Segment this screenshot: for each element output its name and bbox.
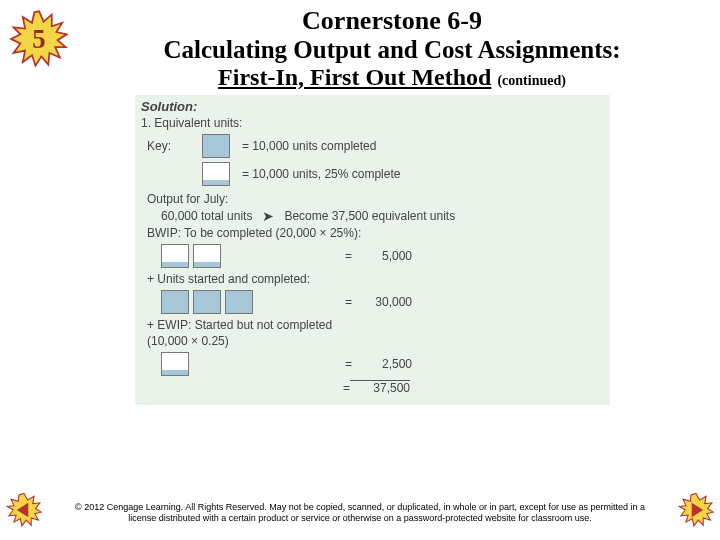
arrow-icon: ➤ (262, 208, 274, 224)
equals: = (345, 357, 352, 371)
copyright-footer: © 2012 Cengage Learning. All Rights Rese… (42, 502, 678, 525)
box-partial-icon (161, 352, 189, 376)
started-value: 30,000 (352, 295, 412, 309)
bwip-boxes: = 5,000 (161, 244, 610, 268)
nav-prev-button[interactable] (6, 492, 42, 528)
box-full-icon (193, 290, 221, 314)
title-line3: First-In, First Out Method (continued) (72, 64, 712, 91)
ewip-calc: (10,000 × 0.25) (147, 334, 610, 348)
title-continued: (continued) (497, 73, 565, 88)
footer-line1: © 2012 Cengage Learning. All Rights Rese… (75, 502, 645, 512)
equals: = (343, 381, 350, 395)
slide-number: 5 (32, 24, 45, 54)
output-total: 60,000 total units (161, 209, 252, 223)
output-arrow-row: 60,000 total units ➤ Become 37,500 equiv… (161, 208, 610, 224)
key-label: Key: (147, 139, 202, 153)
total-row: = 37,500 (161, 380, 610, 395)
key-full-text: = 10,000 units completed (242, 139, 376, 153)
equals: = (345, 249, 352, 263)
title-underline: First-In, First Out Method (218, 64, 491, 90)
ewip-boxes: = 2,500 (161, 352, 610, 376)
box-partial-icon (202, 162, 230, 186)
ewip-label: + EWIP: Started but not completed (147, 318, 610, 332)
started-label: + Units started and completed: (147, 272, 610, 286)
title-line1: Cornerstone 6-9 (72, 6, 712, 36)
equals: = (345, 295, 352, 309)
bwip-value: 5,000 (352, 249, 412, 263)
footer-line2: license distributed with a certain produ… (128, 513, 592, 523)
ewip-value: 2,500 (352, 357, 412, 371)
box-partial-icon (161, 244, 189, 268)
output-label: Output for July: (147, 192, 610, 206)
box-partial-icon (193, 244, 221, 268)
box-full-icon (161, 290, 189, 314)
key-partial-text: = 10,000 units, 25% complete (242, 167, 400, 181)
started-boxes: = 30,000 (161, 290, 610, 314)
title-line2: Calculating Output and Cost Assignments: (72, 36, 712, 64)
key-row-full: Key: = 10,000 units completed (147, 134, 610, 158)
bwip-label: BWIP: To be completed (20,000 × 25%): (147, 226, 610, 240)
total-value: 37,500 (350, 380, 410, 395)
solution-item1: 1. Equivalent units: (141, 116, 610, 130)
slide-header: 5 Cornerstone 6-9 Calculating Output and… (0, 0, 720, 91)
title-block: Cornerstone 6-9 Calculating Output and C… (68, 4, 712, 91)
box-full-icon (225, 290, 253, 314)
output-become: Become 37,500 equivalent units (284, 209, 455, 223)
box-full-icon (202, 134, 230, 158)
burst-badge: 5 (10, 10, 68, 68)
solution-panel: Solution: 1. Equivalent units: Key: = 10… (135, 95, 610, 405)
key-row-partial: = 10,000 units, 25% complete (147, 162, 610, 186)
nav-next-button[interactable] (678, 492, 714, 528)
solution-heading: Solution: (141, 99, 610, 114)
